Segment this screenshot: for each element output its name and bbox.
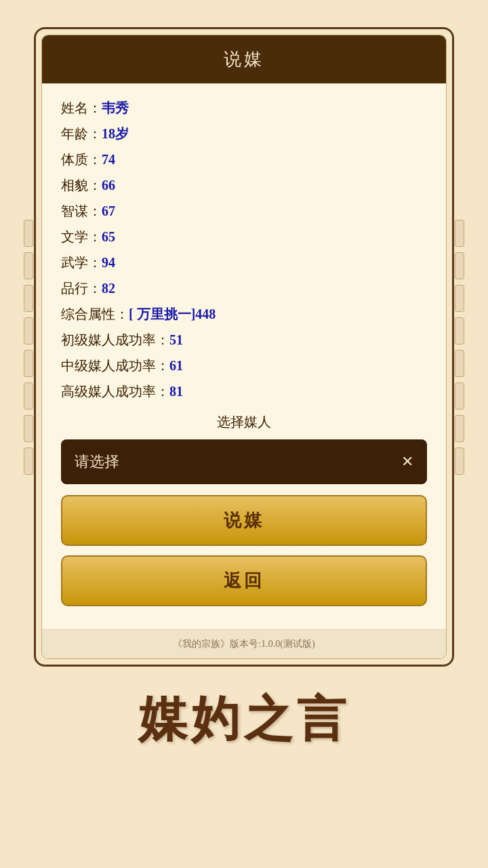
conduct-label: 品行：	[61, 281, 102, 296]
wisdom-row: 智谋：67	[61, 200, 427, 222]
wisdom-value: 67	[102, 203, 115, 218]
name-value: 韦秀	[102, 100, 129, 115]
martial-label: 武学：	[61, 255, 102, 270]
appearance-label: 相貌：	[61, 178, 102, 193]
literature-row: 文学：65	[61, 226, 427, 248]
deco-block	[455, 285, 464, 312]
action-button[interactable]: 说媒	[61, 495, 427, 546]
deco-block	[24, 285, 33, 312]
literature-label: 文学：	[61, 229, 102, 244]
footer-text: 《我的宗族》版本号:1.0.0(测试版)	[173, 639, 314, 649]
mid-rate-label: 中级媒人成功率：	[61, 358, 169, 373]
junior-rate-label: 初级媒人成功率：	[61, 332, 169, 347]
age-row: 年龄：18岁	[61, 123, 427, 144]
age-label: 年龄：	[61, 126, 102, 141]
martial-value: 94	[102, 255, 115, 270]
dialog-header: 说媒	[42, 35, 446, 83]
deco-block	[455, 382, 464, 410]
deco-block	[24, 317, 33, 344]
matchmaker-select[interactable]: 请选择 ✕	[61, 439, 427, 484]
comprehensive-tag: [ 万里挑一]	[129, 307, 195, 321]
deco-block	[24, 382, 33, 410]
deco-block	[24, 350, 33, 377]
conduct-row: 品行：82	[61, 277, 427, 299]
card-body: 姓名：韦秀 年龄：18岁 体质：74 相貌：66 智谋：67 文学：65 武学：…	[42, 83, 446, 629]
physique-row: 体质：74	[61, 149, 427, 170]
comprehensive-value: 448	[195, 307, 216, 321]
inner-card: 说媒 姓名：韦秀 年龄：18岁 体质：74 相貌：66 智谋：67 文学：65	[41, 35, 447, 659]
senior-rate-label: 高级媒人成功率：	[61, 384, 169, 399]
deco-block	[455, 350, 464, 377]
left-decoration	[24, 220, 33, 475]
main-frame: 说媒 姓名：韦秀 年龄：18岁 体质：74 相貌：66 智谋：67 文学：65	[34, 27, 454, 667]
senior-rate-value: 81	[169, 384, 183, 399]
physique-label: 体质：	[61, 152, 102, 167]
select-placeholder: 请选择	[75, 452, 119, 472]
comprehensive-row: 综合属性：[ 万里挑一]448	[61, 303, 427, 325]
martial-row: 武学：94	[61, 252, 427, 273]
deco-block	[24, 252, 33, 279]
name-label: 姓名：	[61, 100, 102, 115]
mid-rate-row: 中级媒人成功率：61	[61, 355, 427, 376]
select-section-title: 选择媒人	[61, 413, 427, 431]
senior-rate-row: 高级媒人成功率：81	[61, 380, 427, 402]
select-arrow-icon: ✕	[401, 453, 413, 471]
name-row: 姓名：韦秀	[61, 97, 427, 119]
junior-rate-value: 51	[169, 332, 183, 347]
page-title: 媒妁之言	[138, 687, 350, 752]
appearance-row: 相貌：66	[61, 174, 427, 196]
mid-rate-value: 61	[169, 358, 183, 373]
deco-block	[24, 448, 33, 475]
card-footer: 《我的宗族》版本号:1.0.0(测试版)	[42, 629, 446, 658]
back-button[interactable]: 返回	[61, 555, 427, 606]
physique-value: 74	[102, 152, 115, 167]
right-decoration	[455, 220, 464, 475]
appearance-value: 66	[102, 178, 115, 193]
deco-block	[455, 317, 464, 344]
deco-block	[455, 415, 464, 442]
deco-block	[455, 220, 464, 247]
wisdom-label: 智谋：	[61, 203, 102, 218]
deco-block	[455, 448, 464, 475]
deco-block	[455, 252, 464, 279]
deco-block	[24, 220, 33, 247]
literature-value: 65	[102, 229, 115, 244]
age-value: 18岁	[102, 126, 129, 141]
dialog-title: 说媒	[224, 50, 264, 69]
deco-block	[24, 415, 33, 442]
junior-rate-row: 初级媒人成功率：51	[61, 329, 427, 351]
comprehensive-label: 综合属性：	[61, 307, 129, 321]
conduct-value: 82	[102, 281, 115, 296]
